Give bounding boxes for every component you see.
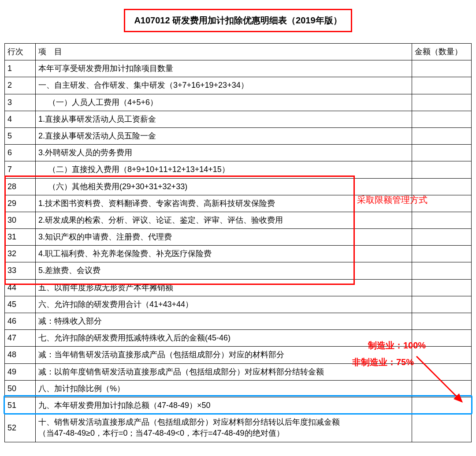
table-row: 51九、本年研发费用加计扣除总额（47-48-49）×50 <box>5 397 472 414</box>
row-amount <box>412 60 472 77</box>
row-number: 1 <box>5 60 36 77</box>
row-amount <box>412 229 472 246</box>
table-row: 7（二）直接投入费用（8+9+10+11+12+13+14+15） <box>5 161 472 178</box>
row-number: 28 <box>5 178 36 195</box>
row-amount <box>412 313 472 330</box>
row-amount <box>412 397 472 414</box>
table-row: 49减：以前年度销售研发活动直接形成产品（包括组成部分）对应材料部分结转金额 <box>5 363 472 380</box>
row-amount <box>412 380 472 397</box>
row-number: 31 <box>5 229 36 246</box>
row-amount <box>412 161 472 178</box>
row-amount <box>412 246 472 262</box>
header-row-number: 行次 <box>5 44 36 60</box>
row-amount <box>412 212 472 228</box>
row-item: 3.外聘研发人员的劳务费用 <box>36 145 412 161</box>
table-row: 313.知识产权的申请费、注册费、代理费 <box>5 229 472 246</box>
row-item: 十、销售研发活动直接形成产品（包括组成部分）对应材料部分结转以后年度扣减金额 （… <box>36 414 412 442</box>
row-number: 3 <box>5 94 36 111</box>
row-amount <box>412 347 472 363</box>
row-item: 减：特殊收入部分 <box>36 313 412 330</box>
row-item: （一）人员人工费用（4+5+6） <box>36 94 412 111</box>
row-item: 减：以前年度销售研发活动直接形成产品（包括组成部分）对应材料部分结转金额 <box>36 363 412 380</box>
row-number: 50 <box>5 380 36 397</box>
row-item: 七、允许扣除的研发费用抵减特殊收入后的金额(45-46) <box>36 330 412 347</box>
table-row: 302.研发成果的检索、分析、评议、论证、鉴定、评审、评估、验收费用 <box>5 212 472 228</box>
row-amount <box>412 94 472 111</box>
row-item: 2.直接从事研发活动人员五险一金 <box>36 127 412 144</box>
row-number: 47 <box>5 330 36 347</box>
row-number: 6 <box>5 145 36 161</box>
row-number: 44 <box>5 279 36 296</box>
row-item: 3.知识产权的申请费、注册费、代理费 <box>36 229 412 246</box>
detail-table: 行次 项 目 金额（数量） 1本年可享受研发费用加计扣除项目数量2一、自主研发、… <box>4 43 472 442</box>
table-row: 52十、销售研发活动直接形成产品（包括组成部分）对应材料部分结转以后年度扣减金额… <box>5 414 472 442</box>
table-row: 46减：特殊收入部分 <box>5 313 472 330</box>
row-item: 4.职工福利费、补充养老保险费、补充医疗保险费 <box>36 246 412 262</box>
table-header-row: 行次 项 目 金额（数量） <box>5 44 472 60</box>
row-item: 六、允许扣除的研发费用合计（41+43+44） <box>36 296 412 313</box>
row-item: 2.研发成果的检索、分析、评议、论证、鉴定、评审、评估、验收费用 <box>36 212 412 228</box>
row-item: （六）其他相关费用(29+30+31+32+33) <box>36 178 412 195</box>
row-item: 九、本年研发费用加计扣除总额（47-48-49）×50 <box>36 397 412 414</box>
row-number: 33 <box>5 262 36 279</box>
row-item: 1.技术图书资料费、资料翻译费、专家咨询费、高新科技研发保险费 <box>36 195 412 212</box>
table-row: 44五、以前年度形成无形资产本年摊销额 <box>5 279 472 296</box>
title-container: A107012 研发费用加计扣除优惠明细表（2019年版） <box>4 9 472 32</box>
header-amount: 金额（数量） <box>412 44 472 60</box>
table-row: 291.技术图书资料费、资料翻译费、专家咨询费、高新科技研发保险费 <box>5 195 472 212</box>
row-item: 5.差旅费、会议费 <box>36 262 412 279</box>
row-number: 32 <box>5 246 36 262</box>
row-amount <box>412 195 472 212</box>
row-number: 5 <box>5 127 36 144</box>
row-item: 1.直接从事研发活动人员工资薪金 <box>36 111 412 127</box>
row-amount <box>412 279 472 296</box>
table-row: 335.差旅费、会议费 <box>5 262 472 279</box>
row-item: （二）直接投入费用（8+9+10+11+12+13+14+15） <box>36 161 412 178</box>
header-item: 项 目 <box>36 44 412 60</box>
row-item: 本年可享受研发费用加计扣除项目数量 <box>36 60 412 77</box>
table-row: 2一、自主研发、合作研发、集中研发（3+7+16+19+23+34） <box>5 77 472 94</box>
table-row: 324.职工福利费、补充养老保险费、补充医疗保险费 <box>5 246 472 262</box>
row-amount <box>412 414 472 442</box>
row-amount <box>412 178 472 195</box>
table-row: 45六、允许扣除的研发费用合计（41+43+44） <box>5 296 472 313</box>
row-amount <box>412 111 472 127</box>
row-number: 46 <box>5 313 36 330</box>
table-row: 63.外聘研发人员的劳务费用 <box>5 145 472 161</box>
row-number: 49 <box>5 363 36 380</box>
row-amount <box>412 330 472 347</box>
row-amount <box>412 262 472 279</box>
row-number: 51 <box>5 397 36 414</box>
row-item: 减：当年销售研发活动直接形成产品（包括组成部分）对应的材料部分 <box>36 347 412 363</box>
row-number: 30 <box>5 212 36 228</box>
table-row: 50八、加计扣除比例（%） <box>5 380 472 397</box>
row-amount <box>412 127 472 144</box>
row-number: 7 <box>5 161 36 178</box>
table-row: 3（一）人员人工费用（4+5+6） <box>5 94 472 111</box>
table-row: 41.直接从事研发活动人员工资薪金 <box>5 111 472 127</box>
row-item: 八、加计扣除比例（%） <box>36 380 412 397</box>
row-amount <box>412 145 472 161</box>
table-row: 52.直接从事研发活动人员五险一金 <box>5 127 472 144</box>
row-number: 45 <box>5 296 36 313</box>
table-row: 47七、允许扣除的研发费用抵减特殊收入后的金额(45-46) <box>5 330 472 347</box>
row-number: 2 <box>5 77 36 94</box>
row-number: 52 <box>5 414 36 442</box>
row-amount <box>412 363 472 380</box>
row-number: 29 <box>5 195 36 212</box>
row-number: 4 <box>5 111 36 127</box>
row-number: 48 <box>5 347 36 363</box>
document-title: A107012 研发费用加计扣除优惠明细表（2019年版） <box>124 9 352 32</box>
table-row: 48减：当年销售研发活动直接形成产品（包括组成部分）对应的材料部分 <box>5 347 472 363</box>
row-amount <box>412 77 472 94</box>
row-item: 一、自主研发、合作研发、集中研发（3+7+16+19+23+34） <box>36 77 412 94</box>
table-row: 1本年可享受研发费用加计扣除项目数量 <box>5 60 472 77</box>
row-item: 五、以前年度形成无形资产本年摊销额 <box>36 279 412 296</box>
table-row: 28（六）其他相关费用(29+30+31+32+33) <box>5 178 472 195</box>
row-amount <box>412 296 472 313</box>
